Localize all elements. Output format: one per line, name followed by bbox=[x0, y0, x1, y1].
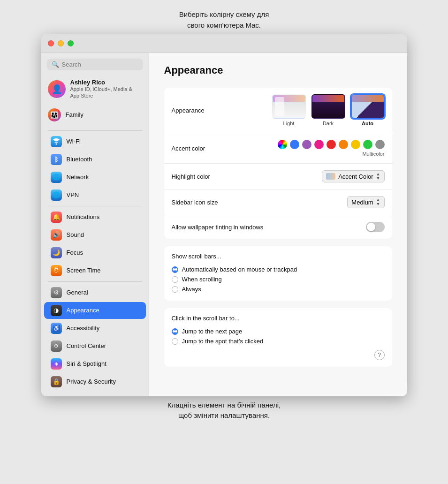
scroll-when-scrolling-option[interactable]: When scrolling bbox=[172, 274, 385, 284]
sidebar-item-focus[interactable]: 🌙 Focus bbox=[44, 244, 146, 261]
sidebar-item-privacy[interactable]: 🔒 Privacy & Security bbox=[44, 373, 146, 390]
wifi-icon bbox=[51, 136, 62, 147]
highlight-color-label: Highlight color bbox=[172, 173, 210, 180]
wallpaper-tinting-label: Allow wallpaper tinting in windows bbox=[172, 224, 264, 231]
highlight-color-row: Highlight color Accent Color ▲ ▼ bbox=[164, 164, 392, 189]
scroll-auto-radio[interactable] bbox=[172, 266, 178, 273]
window-content: 🔍 👤 Ashley Rico Apple ID, iCloud+, Media… bbox=[41, 53, 407, 396]
appearance-thumb-light[interactable] bbox=[272, 94, 306, 119]
sidebar-item-network[interactable]: 🌐 Network bbox=[44, 169, 146, 186]
network-icon: 🌐 bbox=[51, 172, 62, 183]
search-bar[interactable]: 🔍 bbox=[47, 59, 143, 70]
accent-orange[interactable] bbox=[339, 140, 348, 149]
sidebar-item-label: General bbox=[67, 289, 88, 296]
sidebar-item-siri[interactable]: ◈ Siri & Spotlight bbox=[44, 355, 146, 372]
sidebar-divider bbox=[48, 130, 142, 131]
sidebar-item-sound[interactable]: 🔊 Sound bbox=[44, 227, 146, 243]
appearance-option-dark[interactable]: Dark bbox=[311, 94, 345, 126]
accent-purple[interactable] bbox=[302, 140, 311, 149]
main-panel: Appearance Appearance Light bbox=[149, 53, 407, 396]
search-input[interactable] bbox=[62, 61, 138, 68]
sidebar-item-label: Sound bbox=[67, 231, 84, 238]
sidebar-item-label: Bluetooth bbox=[67, 156, 92, 163]
minimize-button[interactable] bbox=[58, 40, 64, 46]
sidebar-divider-3 bbox=[48, 281, 142, 282]
accent-green[interactable] bbox=[363, 140, 372, 149]
sidebar-item-bluetooth[interactable]: ᛒ Bluetooth bbox=[44, 151, 146, 168]
accent-color-label: Accent color bbox=[172, 145, 205, 152]
scroll-auto-option[interactable]: Automatically based on mouse or trackpad bbox=[172, 265, 385, 274]
appearance-options: Light Dark Auto bbox=[272, 94, 385, 126]
accent-blue[interactable] bbox=[290, 140, 299, 149]
click-next-page-option[interactable]: Jump to the next page bbox=[172, 326, 385, 336]
accent-yellow[interactable] bbox=[351, 140, 360, 149]
show-scroll-bars-title: Show scroll bars... bbox=[172, 253, 385, 260]
sidebar-item-accessibility[interactable]: ♿ Accessibility bbox=[44, 320, 146, 337]
sidebar-item-controlcenter[interactable]: ⊕ Control Center bbox=[44, 338, 146, 355]
sidebar-item-general[interactable]: ⚙ General bbox=[44, 284, 146, 301]
sidebar-item-family[interactable]: 👨‍👩‍👧 Family bbox=[41, 106, 149, 124]
user-subtitle: Apple ID, iCloud+, Media & App Store bbox=[70, 86, 142, 99]
scroll-when-scrolling-label: When scrolling bbox=[182, 276, 222, 283]
light-label: Light bbox=[283, 121, 295, 126]
sidebar-item-screentime[interactable]: ⏱ Screen Time bbox=[44, 262, 146, 279]
dark-label: Dark bbox=[323, 121, 334, 126]
appearance-thumb-auto[interactable] bbox=[351, 94, 385, 119]
appearance-option-light[interactable]: Light bbox=[272, 94, 306, 126]
wallpaper-tinting-toggle[interactable] bbox=[366, 222, 385, 232]
click-spot-label: Jump to the spot that's clicked bbox=[182, 338, 264, 345]
accent-multicolor[interactable] bbox=[278, 140, 287, 149]
highlight-color-value: Accent Color bbox=[338, 173, 373, 180]
show-scroll-bars-section: Show scroll bars... Automatically based … bbox=[164, 246, 392, 301]
sidebar-item-appearance[interactable]: ◑ Appearance bbox=[44, 302, 146, 319]
appearance-row: Appearance Light Dark bbox=[164, 88, 392, 133]
accessibility-icon: ♿ bbox=[51, 323, 62, 334]
notifications-icon: 🔔 bbox=[51, 212, 62, 223]
scroll-always-radio[interactable] bbox=[172, 286, 178, 293]
multicolor-label: Multicolor bbox=[362, 151, 384, 157]
user-section[interactable]: 👤 Ashley Rico Apple ID, iCloud+, Media &… bbox=[41, 76, 149, 102]
dropdown-arrow-2: ▲ ▼ bbox=[376, 198, 380, 206]
accent-red[interactable] bbox=[327, 140, 336, 149]
family-label: Family bbox=[66, 111, 84, 118]
traffic-lights bbox=[48, 40, 74, 46]
click-spot-option[interactable]: Jump to the spot that's clicked bbox=[172, 336, 385, 346]
scroll-auto-label: Automatically based on mouse or trackpad bbox=[182, 266, 297, 273]
accent-gray[interactable] bbox=[375, 140, 385, 149]
maximize-button[interactable] bbox=[68, 40, 74, 46]
appearance-section: Appearance Light Dark bbox=[164, 88, 392, 239]
close-button[interactable] bbox=[48, 40, 54, 46]
scroll-always-option[interactable]: Always bbox=[172, 284, 385, 294]
click-scroll-bar-section: Click in the scroll bar to... Jump to th… bbox=[164, 308, 392, 367]
sidebar-item-label: Network bbox=[67, 174, 89, 181]
sidebar-item-label: Siri & Spotlight bbox=[67, 360, 106, 367]
sidebar-item-label: Privacy & Security bbox=[67, 378, 116, 385]
scroll-when-scrolling-radio[interactable] bbox=[172, 276, 178, 283]
sidebar-item-label: Notifications bbox=[67, 213, 100, 220]
focus-icon: 🌙 bbox=[51, 247, 62, 258]
top-annotation: Виберіть колірну схему для свого комп'ют… bbox=[179, 9, 269, 30]
accent-pink[interactable] bbox=[314, 140, 324, 149]
family-icon: 👨‍👩‍👧 bbox=[48, 108, 61, 121]
panel-title: Appearance bbox=[164, 64, 392, 76]
sidebar-item-notifications[interactable]: 🔔 Notifications bbox=[44, 209, 146, 226]
general-icon: ⚙ bbox=[51, 287, 62, 298]
sidebar-item-label: Appearance bbox=[67, 307, 99, 314]
appearance-thumb-dark[interactable] bbox=[311, 94, 345, 119]
sidebar-item-vpn[interactable]: 🌐 VPN bbox=[44, 187, 146, 204]
click-spot-radio[interactable] bbox=[172, 338, 178, 345]
click-next-page-radio[interactable] bbox=[172, 328, 178, 335]
appearance-option-auto[interactable]: Auto bbox=[351, 94, 385, 126]
sidebar-icon-size-dropdown[interactable]: Medium ▲ ▼ bbox=[347, 196, 384, 208]
sidebar-item-wifi[interactable]: Wi-Fi bbox=[44, 133, 146, 150]
bluetooth-icon: ᛒ bbox=[51, 154, 62, 165]
highlight-color-dropdown[interactable]: Accent Color ▲ ▼ bbox=[322, 170, 384, 182]
click-scroll-bar-title: Click in the scroll bar to... bbox=[172, 315, 385, 322]
help-button[interactable]: ? bbox=[374, 350, 385, 360]
sidebar-item-label: Focus bbox=[67, 249, 83, 256]
appearance-icon: ◑ bbox=[51, 305, 62, 316]
accent-label-row: Multicolor bbox=[361, 151, 384, 157]
auto-label: Auto bbox=[362, 121, 373, 126]
main-window: 🔍 👤 Ashley Rico Apple ID, iCloud+, Media… bbox=[41, 34, 407, 396]
sidebar-item-label: VPN bbox=[67, 191, 79, 198]
